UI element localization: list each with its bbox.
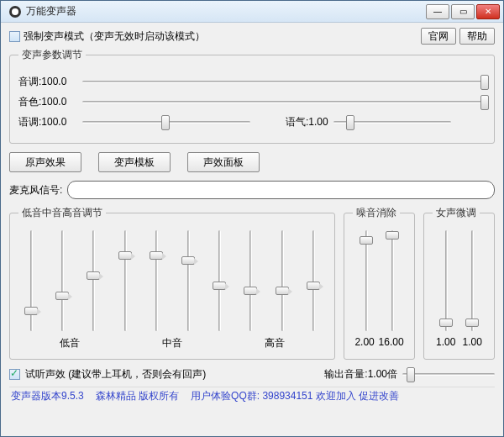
eq-high-label: 高音	[265, 336, 285, 350]
eq-mid-label: 中音	[162, 336, 182, 350]
noise-a-value: 2.00	[354, 336, 374, 348]
mic-label: 麦克风信号:	[9, 183, 62, 197]
female-slider-b[interactable]	[465, 230, 479, 331]
timbre-slider[interactable]	[82, 94, 486, 109]
noise-legend: 噪音消除	[353, 206, 400, 220]
eq-slider-2[interactable]	[55, 230, 69, 331]
minimize-button[interactable]: —	[426, 4, 449, 19]
eq-slider-10[interactable]	[307, 230, 320, 331]
eq-low-label: 低音	[60, 336, 80, 350]
tone-label: 语气:	[286, 116, 308, 128]
force-mode-checkbox[interactable]	[9, 31, 20, 42]
eq-slider-9[interactable]	[276, 230, 289, 331]
voice-params-group: 变声参数调节 音调:100.0 音色:100.0 语调:100.0 语气:1.0…	[9, 48, 495, 144]
help-button[interactable]: 帮助	[459, 28, 495, 45]
client-area: 强制变声模式（变声无效时启动该模式） 官网 帮助 变声参数调节 音调:100.0…	[1, 23, 503, 436]
female-group: 女声微调 1.00 1.00	[423, 206, 495, 360]
tone-value: 1.00	[308, 116, 328, 128]
pitch-slider[interactable]	[82, 74, 486, 89]
force-mode-label: 强制变声模式（变声无效时启动该模式）	[24, 29, 205, 44]
app-window: 万能变声器 — ▭ ✕ 强制变声模式（变声无效时启动该模式） 官网 帮助 变声参…	[0, 0, 504, 437]
pitch-label: 音调:	[18, 76, 41, 87]
pitch-value: 100.0	[41, 76, 66, 87]
sfx-panel-button[interactable]: 声效面板	[187, 152, 260, 172]
tone-slider[interactable]	[333, 114, 451, 129]
close-button[interactable]: ✕	[476, 4, 500, 19]
eq-slider-1[interactable]	[24, 230, 38, 331]
preset-buttons-row: 原声效果 变声模板 声效面板	[9, 152, 495, 172]
eq-slider-5[interactable]	[150, 230, 163, 331]
intonation-label: 语调:	[18, 116, 41, 128]
adjust-columns: 低音中音高音调节 低音 中音 高音 噪音消除 2.00 16.00	[9, 206, 495, 360]
timbre-label: 音色:	[18, 96, 41, 108]
official-site-button[interactable]: 官网	[421, 28, 456, 45]
timbre-value: 100.0	[41, 96, 66, 108]
app-icon	[9, 6, 21, 18]
output-volume-label: 输出音量:	[324, 368, 367, 380]
eq-slider-8[interactable]	[244, 230, 257, 331]
titlebar: 万能变声器 — ▭ ✕	[1, 1, 503, 23]
window-title: 万能变声器	[26, 4, 426, 18]
female-slider-a[interactable]	[439, 230, 453, 331]
output-volume-slider[interactable]	[402, 366, 495, 382]
eq-slider-3[interactable]	[87, 230, 100, 331]
intonation-slider[interactable]	[82, 114, 250, 129]
eq-group: 低音中音高音调节 低音 中音 高音	[9, 206, 335, 360]
top-row: 强制变声模式（变声无效时启动该模式） 官网 帮助	[9, 28, 495, 45]
female-legend: 女声微调	[433, 206, 480, 220]
eq-slider-6[interactable]	[181, 230, 195, 331]
female-b-value: 1.00	[463, 336, 482, 348]
noise-b-value: 16.00	[379, 336, 404, 348]
footer-qq-num: 398934151	[262, 390, 312, 402]
footer-copyright: 森林精品 版权所有	[96, 389, 179, 403]
bottom-row: 试听声效 (建议带上耳机，否则会有回声) 输出音量:1.00倍	[9, 366, 495, 382]
voice-params-legend: 变声参数调节	[18, 48, 86, 62]
noise-group: 噪音消除 2.00 16.00	[344, 206, 415, 360]
footer-tail: 欢迎加入 促进改善	[316, 390, 399, 402]
preview-checkbox[interactable]	[9, 369, 20, 380]
original-sound-button[interactable]: 原声效果	[9, 152, 81, 172]
voice-template-button[interactable]: 变声模板	[98, 152, 171, 172]
window-buttons: — ▭ ✕	[426, 4, 500, 19]
mic-signal-display	[67, 181, 495, 199]
noise-slider-a[interactable]	[360, 230, 373, 331]
eq-slider-7[interactable]	[213, 230, 226, 331]
eq-slider-4[interactable]	[118, 230, 132, 331]
eq-legend: 低音中音高音调节	[18, 206, 106, 220]
intonation-value: 100.0	[41, 116, 66, 128]
footer-version: 变声器版本9.5.3	[11, 389, 84, 403]
preview-label: 试听声效 (建议带上耳机，否则会有回声)	[25, 367, 206, 382]
footer: 变声器版本9.5.3 森林精品 版权所有 用户体验QQ群: 398934151 …	[9, 387, 495, 405]
output-volume-value: 1.00倍	[368, 368, 397, 380]
noise-slider-b[interactable]	[386, 230, 399, 331]
footer-qq-label: 用户体验QQ群:	[191, 390, 260, 402]
maximize-button[interactable]: ▭	[451, 4, 475, 19]
mic-row: 麦克风信号:	[9, 181, 495, 199]
female-a-value: 1.00	[436, 336, 455, 348]
